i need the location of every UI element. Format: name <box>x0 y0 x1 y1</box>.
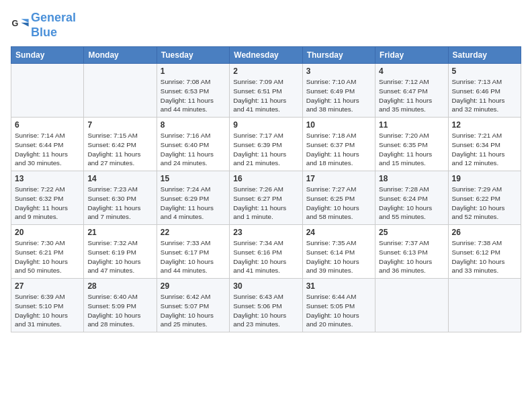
logo-text: General Blue <box>31 11 76 40</box>
calendar-cell: 7Sunrise: 7:15 AMSunset: 6:42 PMDaylight… <box>84 118 157 171</box>
calendar-cell: 22Sunrise: 7:33 AMSunset: 6:17 PMDayligh… <box>157 225 229 279</box>
calendar-cell: 25Sunrise: 7:37 AMSunset: 6:13 PMDayligh… <box>375 225 448 279</box>
day-info: Sunrise: 6:40 AMSunset: 5:09 PMDaylight:… <box>87 292 152 329</box>
page-header: G General Blue <box>11 11 521 40</box>
svg-text:G: G <box>11 19 18 28</box>
calendar-cell: 31Sunrise: 6:44 AMSunset: 5:05 PMDayligh… <box>302 279 375 332</box>
header-row: SundayMondayTuesdayWednesdayThursdayFrid… <box>11 47 521 64</box>
day-number: 27 <box>15 281 80 291</box>
calendar-week-5: 27Sunrise: 6:39 AMSunset: 5:10 PMDayligh… <box>11 279 521 332</box>
column-header-wednesday: Wednesday <box>230 47 302 64</box>
svg-marker-1 <box>21 19 28 23</box>
day-info: Sunrise: 7:27 AMSunset: 6:25 PMDaylight:… <box>306 185 371 222</box>
calendar-cell: 30Sunrise: 6:43 AMSunset: 5:06 PMDayligh… <box>230 279 302 332</box>
calendar-cell: 9Sunrise: 7:17 AMSunset: 6:39 PMDaylight… <box>230 118 302 171</box>
column-header-monday: Monday <box>84 47 157 64</box>
day-info: Sunrise: 7:26 AMSunset: 6:27 PMDaylight:… <box>233 185 298 222</box>
day-number: 12 <box>452 120 517 130</box>
calendar-week-3: 13Sunrise: 7:22 AMSunset: 6:32 PMDayligh… <box>11 171 521 225</box>
day-number: 28 <box>87 281 152 291</box>
day-number: 14 <box>87 174 152 183</box>
day-number: 4 <box>379 66 444 76</box>
logo: G General Blue <box>11 11 76 40</box>
column-header-friday: Friday <box>375 47 448 64</box>
calendar-cell: 8Sunrise: 7:16 AMSunset: 6:40 PMDaylight… <box>157 118 229 171</box>
day-info: Sunrise: 7:15 AMSunset: 6:42 PMDaylight:… <box>87 131 152 168</box>
column-header-tuesday: Tuesday <box>157 47 229 64</box>
calendar-cell <box>375 279 448 332</box>
day-info: Sunrise: 7:17 AMSunset: 6:39 PMDaylight:… <box>233 131 298 168</box>
day-number: 29 <box>161 281 226 291</box>
day-info: Sunrise: 6:44 AMSunset: 5:05 PMDaylight:… <box>306 292 371 329</box>
calendar-cell: 18Sunrise: 7:28 AMSunset: 6:24 PMDayligh… <box>375 171 448 225</box>
calendar-cell: 16Sunrise: 7:26 AMSunset: 6:27 PMDayligh… <box>230 171 302 225</box>
day-info: Sunrise: 7:33 AMSunset: 6:17 PMDaylight:… <box>161 238 226 275</box>
day-info: Sunrise: 7:35 AMSunset: 6:14 PMDaylight:… <box>306 238 371 275</box>
calendar-cell: 1Sunrise: 7:08 AMSunset: 6:53 PMDaylight… <box>157 64 229 118</box>
calendar-week-4: 20Sunrise: 7:30 AMSunset: 6:21 PMDayligh… <box>11 225 521 279</box>
svg-marker-2 <box>21 22 28 26</box>
calendar-cell: 15Sunrise: 7:24 AMSunset: 6:29 PMDayligh… <box>157 171 229 225</box>
day-number: 3 <box>306 66 371 76</box>
day-number: 31 <box>306 281 371 291</box>
logo-icon: G <box>11 16 30 35</box>
calendar-cell: 14Sunrise: 7:23 AMSunset: 6:30 PMDayligh… <box>84 171 157 225</box>
day-number: 7 <box>87 120 152 130</box>
day-number: 11 <box>379 120 444 130</box>
calendar-cell: 29Sunrise: 6:42 AMSunset: 5:07 PMDayligh… <box>157 279 229 332</box>
day-info: Sunrise: 7:22 AMSunset: 6:32 PMDaylight:… <box>15 185 80 222</box>
calendar-cell: 26Sunrise: 7:38 AMSunset: 6:12 PMDayligh… <box>448 225 521 279</box>
calendar-cell <box>84 64 157 118</box>
calendar-header: SundayMondayTuesdayWednesdayThursdayFrid… <box>11 47 521 64</box>
day-info: Sunrise: 7:12 AMSunset: 6:47 PMDaylight:… <box>379 77 444 114</box>
day-number: 30 <box>233 281 298 291</box>
calendar-cell: 27Sunrise: 6:39 AMSunset: 5:10 PMDayligh… <box>11 279 84 332</box>
column-header-sunday: Sunday <box>11 47 84 64</box>
day-info: Sunrise: 6:43 AMSunset: 5:06 PMDaylight:… <box>233 292 298 329</box>
day-info: Sunrise: 7:21 AMSunset: 6:34 PMDaylight:… <box>452 131 517 168</box>
calendar-cell: 23Sunrise: 7:34 AMSunset: 6:16 PMDayligh… <box>230 225 302 279</box>
day-info: Sunrise: 7:16 AMSunset: 6:40 PMDaylight:… <box>161 131 226 168</box>
day-number: 9 <box>233 120 298 130</box>
day-number: 2 <box>233 66 298 76</box>
day-number: 25 <box>379 228 444 237</box>
day-number: 21 <box>87 228 152 237</box>
day-info: Sunrise: 7:08 AMSunset: 6:53 PMDaylight:… <box>161 77 226 114</box>
column-header-saturday: Saturday <box>448 47 521 64</box>
day-info: Sunrise: 7:14 AMSunset: 6:44 PMDaylight:… <box>15 131 80 168</box>
day-info: Sunrise: 7:20 AMSunset: 6:35 PMDaylight:… <box>379 131 444 168</box>
calendar-table: SundayMondayTuesdayWednesdayThursdayFrid… <box>11 46 521 332</box>
calendar-cell: 2Sunrise: 7:09 AMSunset: 6:51 PMDaylight… <box>230 64 302 118</box>
day-number: 8 <box>161 120 226 130</box>
day-number: 13 <box>15 174 80 183</box>
day-info: Sunrise: 7:23 AMSunset: 6:30 PMDaylight:… <box>87 185 152 222</box>
calendar-cell: 12Sunrise: 7:21 AMSunset: 6:34 PMDayligh… <box>448 118 521 171</box>
day-number: 24 <box>306 228 371 237</box>
day-number: 22 <box>161 228 226 237</box>
day-info: Sunrise: 7:32 AMSunset: 6:19 PMDaylight:… <box>87 238 152 275</box>
day-number: 26 <box>452 228 517 237</box>
day-number: 19 <box>452 174 517 183</box>
calendar-cell: 20Sunrise: 7:30 AMSunset: 6:21 PMDayligh… <box>11 225 84 279</box>
calendar-cell: 28Sunrise: 6:40 AMSunset: 5:09 PMDayligh… <box>84 279 157 332</box>
column-header-thursday: Thursday <box>302 47 375 64</box>
day-number: 1 <box>161 66 226 76</box>
day-number: 20 <box>15 228 80 237</box>
day-info: Sunrise: 7:13 AMSunset: 6:46 PMDaylight:… <box>452 77 517 114</box>
calendar-body: 1Sunrise: 7:08 AMSunset: 6:53 PMDaylight… <box>11 64 521 332</box>
calendar-cell: 19Sunrise: 7:29 AMSunset: 6:22 PMDayligh… <box>448 171 521 225</box>
day-info: Sunrise: 6:39 AMSunset: 5:10 PMDaylight:… <box>15 292 80 329</box>
day-info: Sunrise: 7:28 AMSunset: 6:24 PMDaylight:… <box>379 185 444 222</box>
calendar-cell: 11Sunrise: 7:20 AMSunset: 6:35 PMDayligh… <box>375 118 448 171</box>
day-number: 10 <box>306 120 371 130</box>
day-number: 23 <box>233 228 298 237</box>
day-number: 5 <box>452 66 517 76</box>
calendar-cell: 5Sunrise: 7:13 AMSunset: 6:46 PMDaylight… <box>448 64 521 118</box>
day-info: Sunrise: 7:24 AMSunset: 6:29 PMDaylight:… <box>161 185 226 222</box>
calendar-cell: 24Sunrise: 7:35 AMSunset: 6:14 PMDayligh… <box>302 225 375 279</box>
day-number: 15 <box>161 174 226 183</box>
day-info: Sunrise: 6:42 AMSunset: 5:07 PMDaylight:… <box>161 292 226 329</box>
day-info: Sunrise: 7:37 AMSunset: 6:13 PMDaylight:… <box>379 238 444 275</box>
calendar-cell: 21Sunrise: 7:32 AMSunset: 6:19 PMDayligh… <box>84 225 157 279</box>
day-info: Sunrise: 7:18 AMSunset: 6:37 PMDaylight:… <box>306 131 371 168</box>
